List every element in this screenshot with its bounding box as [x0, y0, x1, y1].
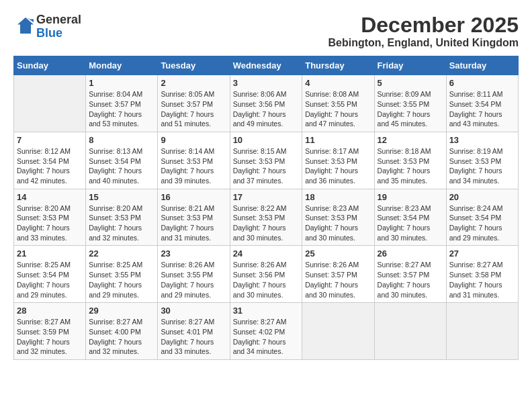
day-info: Sunrise: 8:08 AM Sunset: 3:55 PM Dayligh… [305, 89, 371, 129]
header-thursday: Thursday [302, 56, 374, 75]
calendar-cell: 31Sunrise: 8:27 AM Sunset: 4:02 PM Dayli… [230, 303, 302, 360]
day-info: Sunrise: 8:20 AM Sunset: 3:53 PM Dayligh… [89, 203, 154, 243]
calendar-cell: 19Sunrise: 8:23 AM Sunset: 3:54 PM Dayli… [374, 189, 446, 246]
day-number: 24 [233, 248, 300, 259]
calendar-cell: 15Sunrise: 8:20 AM Sunset: 3:53 PM Dayli… [86, 189, 158, 246]
calendar-cell: 28Sunrise: 8:27 AM Sunset: 3:59 PM Dayli… [14, 303, 86, 360]
calendar-cell: 26Sunrise: 8:27 AM Sunset: 3:57 PM Dayli… [374, 246, 446, 303]
day-info: Sunrise: 8:06 AM Sunset: 3:56 PM Dayligh… [233, 89, 300, 129]
calendar-cell: 9Sunrise: 8:14 AM Sunset: 3:53 PM Daylig… [158, 132, 230, 189]
calendar-subtitle: Bebington, England, United Kingdom [328, 37, 519, 49]
logo-text-blue: Blue [36, 27, 81, 40]
day-number: 26 [378, 248, 443, 259]
day-number: 21 [17, 248, 83, 259]
day-info: Sunrise: 8:12 AM Sunset: 3:54 PM Dayligh… [17, 146, 83, 186]
calendar-cell: 17Sunrise: 8:22 AM Sunset: 3:53 PM Dayli… [230, 189, 302, 246]
day-info: Sunrise: 8:27 AM Sunset: 3:57 PM Dayligh… [378, 260, 443, 300]
calendar-cell: 21Sunrise: 8:25 AM Sunset: 3:54 PM Dayli… [14, 246, 86, 303]
day-number: 6 [449, 78, 515, 88]
day-info: Sunrise: 8:18 AM Sunset: 3:53 PM Dayligh… [378, 146, 443, 186]
day-number: 28 [17, 306, 83, 316]
day-number: 23 [161, 248, 226, 259]
day-number: 12 [378, 135, 443, 145]
day-number: 10 [233, 135, 300, 145]
calendar-cell: 6Sunrise: 8:11 AM Sunset: 3:54 PM Daylig… [446, 75, 518, 132]
day-info: Sunrise: 8:26 AM Sunset: 3:56 PM Dayligh… [233, 260, 300, 300]
day-info: Sunrise: 8:23 AM Sunset: 3:53 PM Dayligh… [305, 203, 371, 243]
calendar-table: SundayMondayTuesdayWednesdayThursdayFrid… [13, 56, 519, 360]
calendar-cell: 5Sunrise: 8:09 AM Sunset: 3:55 PM Daylig… [374, 75, 446, 132]
day-number: 25 [305, 248, 371, 259]
calendar-cell: 23Sunrise: 8:26 AM Sunset: 3:55 PM Dayli… [158, 246, 230, 303]
header-monday: Monday [86, 56, 158, 75]
calendar-cell: 16Sunrise: 8:21 AM Sunset: 3:53 PM Dayli… [158, 189, 230, 246]
calendar-cell: 10Sunrise: 8:15 AM Sunset: 3:53 PM Dayli… [230, 132, 302, 189]
calendar-cell [374, 303, 446, 360]
day-number: 19 [378, 192, 443, 202]
day-info: Sunrise: 8:23 AM Sunset: 3:54 PM Dayligh… [378, 203, 443, 243]
calendar-cell [446, 303, 518, 360]
day-info: Sunrise: 8:26 AM Sunset: 3:57 PM Dayligh… [305, 260, 371, 300]
header-tuesday: Tuesday [158, 56, 230, 75]
day-info: Sunrise: 8:24 AM Sunset: 3:54 PM Dayligh… [449, 203, 515, 243]
day-number: 20 [449, 192, 515, 202]
day-number: 18 [305, 192, 371, 202]
header-sunday: Sunday [14, 56, 86, 75]
day-number: 7 [17, 135, 83, 145]
day-number: 3 [233, 78, 300, 88]
day-info: Sunrise: 8:09 AM Sunset: 3:55 PM Dayligh… [378, 89, 443, 129]
calendar-cell: 22Sunrise: 8:25 AM Sunset: 3:55 PM Dayli… [86, 246, 158, 303]
day-info: Sunrise: 8:25 AM Sunset: 3:55 PM Dayligh… [89, 260, 154, 300]
week-row-2: 7Sunrise: 8:12 AM Sunset: 3:54 PM Daylig… [14, 132, 519, 189]
logo: General Blue [13, 13, 81, 40]
day-info: Sunrise: 8:04 AM Sunset: 3:57 PM Dayligh… [89, 89, 154, 129]
calendar-cell: 14Sunrise: 8:20 AM Sunset: 3:53 PM Dayli… [14, 189, 86, 246]
day-info: Sunrise: 8:25 AM Sunset: 3:54 PM Dayligh… [17, 260, 83, 300]
day-info: Sunrise: 8:22 AM Sunset: 3:53 PM Dayligh… [233, 203, 300, 243]
day-number: 15 [89, 192, 154, 202]
day-number: 2 [161, 78, 226, 88]
day-info: Sunrise: 8:19 AM Sunset: 3:53 PM Dayligh… [449, 146, 515, 186]
day-number: 5 [378, 78, 443, 88]
day-number: 11 [305, 135, 371, 145]
header-saturday: Saturday [446, 56, 518, 75]
day-number: 13 [449, 135, 515, 145]
day-number: 27 [449, 248, 515, 259]
day-info: Sunrise: 8:27 AM Sunset: 4:02 PM Dayligh… [233, 317, 300, 357]
calendar-cell: 25Sunrise: 8:26 AM Sunset: 3:57 PM Dayli… [302, 246, 374, 303]
logo-icon [15, 15, 36, 36]
day-info: Sunrise: 8:26 AM Sunset: 3:55 PM Dayligh… [161, 260, 226, 300]
day-info: Sunrise: 8:27 AM Sunset: 4:00 PM Dayligh… [89, 317, 154, 357]
day-number: 16 [161, 192, 226, 202]
calendar-cell: 13Sunrise: 8:19 AM Sunset: 3:53 PM Dayli… [446, 132, 518, 189]
calendar-cell: 12Sunrise: 8:18 AM Sunset: 3:53 PM Dayli… [374, 132, 446, 189]
calendar-cell: 20Sunrise: 8:24 AM Sunset: 3:54 PM Dayli… [446, 189, 518, 246]
title-block: December 2025 Bebington, England, United… [328, 13, 519, 49]
day-info: Sunrise: 8:27 AM Sunset: 4:01 PM Dayligh… [161, 317, 226, 357]
week-row-3: 14Sunrise: 8:20 AM Sunset: 3:53 PM Dayli… [14, 189, 519, 246]
calendar-cell: 29Sunrise: 8:27 AM Sunset: 4:00 PM Dayli… [86, 303, 158, 360]
calendar-cell: 18Sunrise: 8:23 AM Sunset: 3:53 PM Dayli… [302, 189, 374, 246]
calendar-cell: 1Sunrise: 8:04 AM Sunset: 3:57 PM Daylig… [86, 75, 158, 132]
calendar-cell: 11Sunrise: 8:17 AM Sunset: 3:53 PM Dayli… [302, 132, 374, 189]
day-number: 30 [161, 306, 226, 316]
header-friday: Friday [374, 56, 446, 75]
day-info: Sunrise: 8:15 AM Sunset: 3:53 PM Dayligh… [233, 146, 300, 186]
day-info: Sunrise: 8:27 AM Sunset: 3:58 PM Dayligh… [449, 260, 515, 300]
day-info: Sunrise: 8:11 AM Sunset: 3:54 PM Dayligh… [449, 89, 515, 129]
day-number: 1 [89, 78, 154, 88]
week-row-4: 21Sunrise: 8:25 AM Sunset: 3:54 PM Dayli… [14, 246, 519, 303]
calendar-cell: 30Sunrise: 8:27 AM Sunset: 4:01 PM Dayli… [158, 303, 230, 360]
calendar-title: December 2025 [328, 13, 519, 37]
day-info: Sunrise: 8:13 AM Sunset: 3:54 PM Dayligh… [89, 146, 154, 186]
calendar-cell: 3Sunrise: 8:06 AM Sunset: 3:56 PM Daylig… [230, 75, 302, 132]
day-number: 17 [233, 192, 300, 202]
day-info: Sunrise: 8:21 AM Sunset: 3:53 PM Dayligh… [161, 203, 226, 243]
logo-text-general: General [36, 13, 81, 27]
week-row-5: 28Sunrise: 8:27 AM Sunset: 3:59 PM Dayli… [14, 303, 519, 360]
calendar-cell: 7Sunrise: 8:12 AM Sunset: 3:54 PM Daylig… [14, 132, 86, 189]
page-header: General Blue December 2025 Bebington, En… [13, 13, 519, 49]
day-number: 31 [233, 306, 300, 316]
day-info: Sunrise: 8:27 AM Sunset: 3:59 PM Dayligh… [17, 317, 83, 357]
calendar-cell: 24Sunrise: 8:26 AM Sunset: 3:56 PM Dayli… [230, 246, 302, 303]
